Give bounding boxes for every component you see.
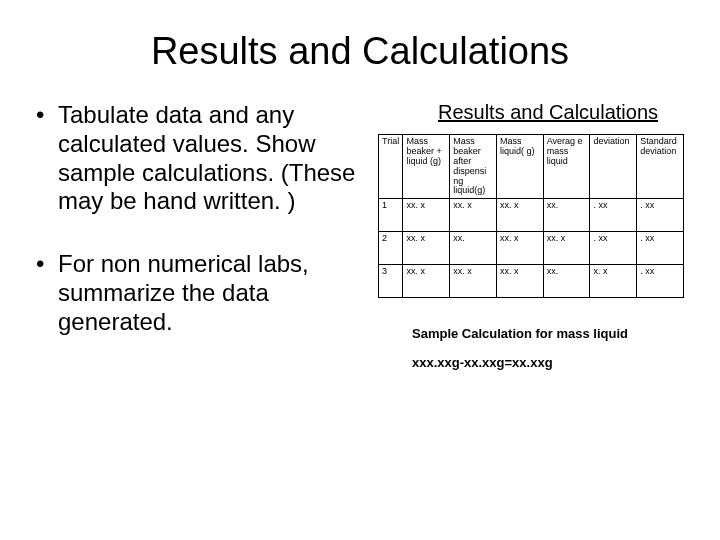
slide: Results and Calculations Tabulate data a… xyxy=(0,0,720,540)
th-mass-beaker-after: Mass beaker after dispensi ng liquid(g) xyxy=(450,135,497,199)
th-mass-liquid: Mass liquid( g) xyxy=(496,135,543,199)
th-deviation: deviation xyxy=(590,135,637,199)
cell: . xx xyxy=(590,199,637,232)
table-row: 3 xx. x xx. x xx. x xx. x. x . xx xyxy=(379,265,684,298)
cell: . xx xyxy=(637,199,684,232)
sample-calc-formula: xxx.xxg-xx.xxg=xx.xxg xyxy=(412,355,684,370)
cell: xx. x xyxy=(450,265,497,298)
left-column: Tabulate data and any calculated values.… xyxy=(36,101,366,371)
cell: xx. xyxy=(450,232,497,265)
cell: . xx xyxy=(637,265,684,298)
cell: xx. x xyxy=(403,232,450,265)
cell: 1 xyxy=(379,199,403,232)
content-columns: Tabulate data and any calculated values.… xyxy=(36,101,684,371)
right-column: Results and Calculations Trial Mass beak… xyxy=(378,101,684,371)
cell: xx. x xyxy=(496,199,543,232)
cell: 3 xyxy=(379,265,403,298)
cell: xx. x xyxy=(450,199,497,232)
table-heading: Results and Calculations xyxy=(412,101,684,124)
slide-title: Results and Calculations xyxy=(36,30,684,73)
cell: xx. x xyxy=(496,232,543,265)
bullet-list: Tabulate data and any calculated values.… xyxy=(36,101,366,337)
cell: xx. x xyxy=(403,199,450,232)
th-avg-mass: Averag e mass liquid xyxy=(543,135,590,199)
cell: xx. x xyxy=(496,265,543,298)
bullet-item-1: Tabulate data and any calculated values.… xyxy=(36,101,366,216)
th-mass-beaker-liquid: Mass beaker + liquid (g) xyxy=(403,135,450,199)
cell: . xx xyxy=(590,232,637,265)
table-row: 2 xx. x xx. xx. x xx. x . xx . xx xyxy=(379,232,684,265)
sample-calc-heading: Sample Calculation for mass liquid xyxy=(412,326,684,341)
cell: 2 xyxy=(379,232,403,265)
cell: xx. x xyxy=(403,265,450,298)
th-std-deviation: Standard deviation xyxy=(637,135,684,199)
results-table: Trial Mass beaker + liquid (g) Mass beak… xyxy=(378,134,684,298)
cell: xx. x xyxy=(543,232,590,265)
table-header-row: Trial Mass beaker + liquid (g) Mass beak… xyxy=(379,135,684,199)
bullet-item-2: For non numerical labs, summarize the da… xyxy=(36,250,366,336)
table-row: 1 xx. x xx. x xx. x xx. . xx . xx xyxy=(379,199,684,232)
cell: xx. xyxy=(543,265,590,298)
sample-calculation: Sample Calculation for mass liquid xxx.x… xyxy=(412,326,684,370)
cell: . xx xyxy=(637,232,684,265)
cell: xx. xyxy=(543,199,590,232)
cell: x. x xyxy=(590,265,637,298)
th-trial: Trial xyxy=(379,135,403,199)
